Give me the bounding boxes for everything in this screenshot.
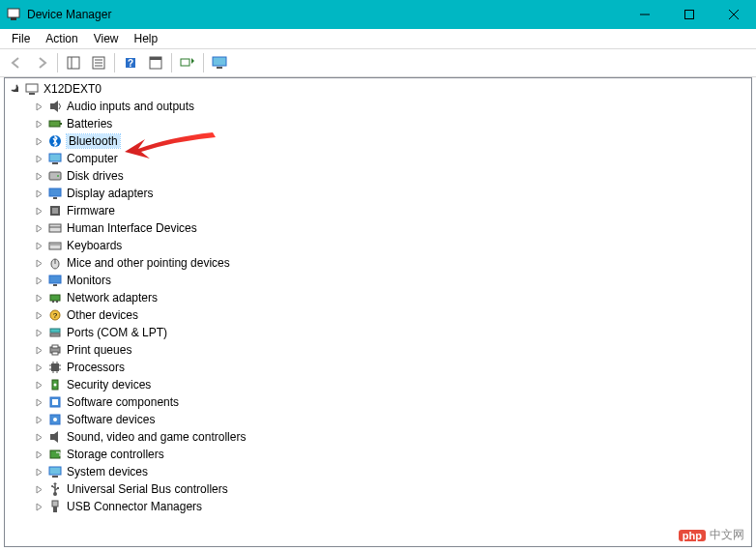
- tree-node-label: Disk drives: [67, 169, 124, 183]
- hid-icon: [47, 220, 63, 236]
- watermark-tag: php: [679, 530, 706, 541]
- tree-node-label: Bluetooth: [67, 134, 120, 148]
- tree-node-processors[interactable]: Processors: [5, 359, 751, 376]
- expand-icon[interactable]: [32, 465, 45, 478]
- expand-icon[interactable]: [9, 82, 22, 96]
- tree-node-network[interactable]: Network adapters: [5, 289, 751, 306]
- expand-icon[interactable]: [32, 343, 45, 357]
- expand-icon[interactable]: [32, 500, 45, 513]
- svg-rect-55: [51, 363, 59, 371]
- tree-node-swcomp[interactable]: Software components: [5, 393, 751, 411]
- expand-icon[interactable]: [32, 100, 45, 113]
- tree-node-firmware[interactable]: Firmware: [5, 202, 751, 219]
- svg-rect-70: [50, 434, 54, 440]
- watermark-text: 中文网: [710, 527, 744, 543]
- tree-node-swdev[interactable]: Software devices: [5, 411, 751, 428]
- svg-rect-77: [57, 487, 59, 489]
- expand-icon[interactable]: [32, 395, 45, 409]
- tree-node-label: Software components: [67, 395, 179, 409]
- tree-node-label: USB Connector Managers: [67, 500, 202, 513]
- tree-node-label: Display adapters: [67, 187, 153, 200]
- tree-node-ports[interactable]: Ports (COM & LPT): [5, 324, 751, 341]
- expand-icon[interactable]: [32, 448, 45, 461]
- firmware-icon: [47, 203, 63, 218]
- tree-node-disk[interactable]: Disk drives: [5, 167, 751, 185]
- menu-action[interactable]: Action: [38, 30, 85, 47]
- tree-node-mice[interactable]: Mice and other pointing devices: [5, 254, 751, 272]
- tree-node-label: Mice and other pointing devices: [67, 256, 230, 270]
- expand-icon[interactable]: [32, 187, 45, 200]
- expand-icon[interactable]: [32, 308, 45, 322]
- svg-rect-0: [8, 9, 19, 17]
- tree-node-usb[interactable]: Universal Serial Bus controllers: [5, 480, 751, 498]
- maximize-button[interactable]: [667, 0, 712, 29]
- menu-view[interactable]: View: [86, 30, 127, 47]
- tree-node-audio[interactable]: Audio inputs and outputs: [5, 98, 751, 115]
- expand-icon[interactable]: [32, 482, 45, 496]
- expand-icon[interactable]: [32, 117, 45, 130]
- watermark: php 中文网: [673, 525, 750, 545]
- tree-node-other[interactable]: ?Other devices: [5, 306, 751, 324]
- svg-rect-27: [49, 172, 61, 180]
- tree-node-sound[interactable]: Sound, video and game controllers: [5, 428, 751, 446]
- help-button[interactable]: ?: [118, 51, 143, 74]
- tree-node-label: Network adapters: [67, 291, 158, 304]
- batteries-icon: [47, 116, 63, 131]
- expand-icon[interactable]: [32, 134, 45, 148]
- tree-node-keyboards[interactable]: Keyboards: [5, 237, 751, 254]
- monitor-button[interactable]: [207, 51, 232, 74]
- tree-node-security[interactable]: Security devices: [5, 376, 751, 393]
- scan-hardware-button[interactable]: [175, 51, 200, 74]
- expand-icon[interactable]: [32, 291, 45, 304]
- tree-node-storage[interactable]: Storage controllers: [5, 446, 751, 463]
- close-button[interactable]: [712, 0, 756, 29]
- expand-icon[interactable]: [32, 204, 45, 218]
- show-hide-tree-button[interactable]: [61, 51, 86, 74]
- back-button[interactable]: [4, 51, 29, 74]
- menu-file[interactable]: File: [4, 30, 38, 47]
- expand-icon[interactable]: [32, 256, 45, 270]
- expand-icon[interactable]: [32, 239, 45, 252]
- svg-rect-25: [49, 154, 61, 161]
- svg-rect-17: [213, 57, 226, 66]
- svg-rect-29: [49, 188, 61, 196]
- tree-node-label: Sound, video and game controllers: [67, 430, 246, 444]
- forward-button[interactable]: [29, 51, 54, 74]
- expand-icon[interactable]: [32, 169, 45, 183]
- svg-rect-6: [68, 57, 79, 69]
- tree-root[interactable]: X12DEXT0: [5, 80, 751, 98]
- other-icon: ?: [47, 307, 63, 323]
- expand-icon[interactable]: [32, 274, 45, 287]
- tree-node-label: Computer: [67, 152, 118, 165]
- tree-node-batteries[interactable]: Batteries: [5, 115, 751, 132]
- minimize-button[interactable]: [623, 0, 667, 29]
- svg-point-69: [53, 418, 57, 421]
- expand-icon[interactable]: [32, 152, 45, 165]
- tree-node-system[interactable]: System devices: [5, 463, 751, 480]
- expand-icon[interactable]: [32, 221, 45, 235]
- tree-node-printq[interactable]: Print queues: [5, 341, 751, 359]
- svg-point-76: [51, 485, 53, 487]
- expand-icon[interactable]: [32, 326, 45, 339]
- expand-icon[interactable]: [32, 378, 45, 392]
- tree-node-monitors[interactable]: Monitors: [5, 272, 751, 289]
- storage-icon: [47, 447, 63, 462]
- device-tree[interactable]: X12DEXT0 Audio inputs and outputsBatteri…: [4, 77, 752, 547]
- properties-button[interactable]: [86, 51, 111, 74]
- svg-rect-22: [49, 121, 60, 127]
- svg-rect-43: [49, 276, 61, 283]
- tree-node-hid[interactable]: Human Interface Devices: [5, 219, 751, 237]
- tree-node-computer[interactable]: Computer: [5, 150, 751, 167]
- tree-node-label: Audio inputs and outputs: [67, 100, 194, 113]
- disk-icon: [47, 168, 63, 184]
- svg-text:?: ?: [128, 58, 133, 69]
- menu-help[interactable]: Help: [127, 30, 166, 47]
- svg-rect-79: [53, 507, 57, 512]
- tree-node-usbconn[interactable]: USB Connector Managers: [5, 498, 751, 515]
- tree-node-display[interactable]: Display adapters: [5, 185, 751, 202]
- tree-node-bluetooth[interactable]: Bluetooth: [5, 132, 751, 150]
- expand-icon[interactable]: [32, 430, 45, 444]
- expand-icon[interactable]: [32, 413, 45, 426]
- expand-icon[interactable]: [32, 361, 45, 374]
- action-pane-button[interactable]: [143, 51, 168, 74]
